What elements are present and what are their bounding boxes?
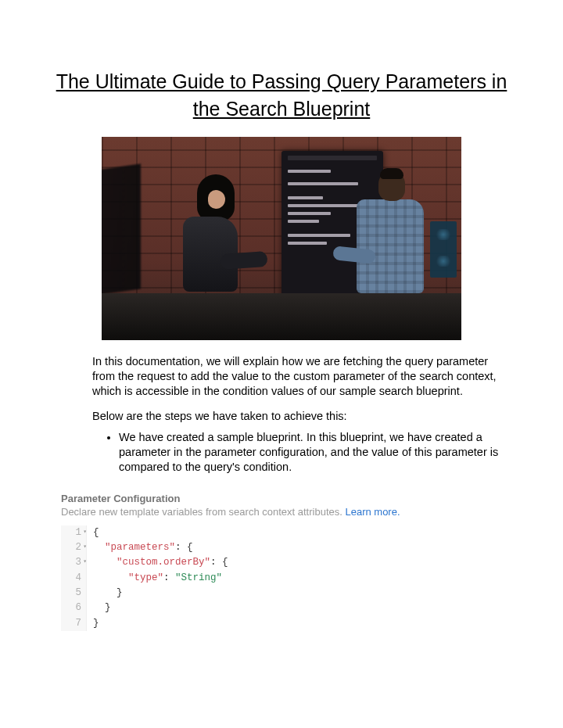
floor (102, 293, 461, 340)
document-page: The Ultimate Guide to Passing Query Para… (0, 0, 563, 662)
line-number: 7 (61, 616, 87, 631)
code-row: 6 } (61, 601, 264, 615)
line-number: 2▾ (61, 540, 87, 555)
line-number: 1▾ (61, 525, 87, 540)
fold-icon[interactable]: ▾ (83, 557, 87, 566)
code-row: 5 } (61, 586, 264, 601)
parameter-configuration-block: Parameter Configuration Declare new temp… (61, 493, 499, 632)
line-number: 3▾ (61, 555, 87, 570)
config-heading: Parameter Configuration (61, 493, 499, 504)
hero-image (102, 137, 461, 340)
code-row: 2▾ "parameters": { (61, 540, 264, 555)
config-subtext-text: Declare new template variables from sear… (61, 506, 345, 518)
code-row: 3▾ "custom.orderBy": { (61, 555, 264, 570)
code-row: 4 "type": "String" (61, 571, 264, 586)
list-item: We have created a sample blueprint. In t… (119, 430, 508, 475)
person-right (357, 171, 443, 312)
line-number: 6 (61, 601, 87, 615)
page-title: The Ultimate Guide to Passing Query Para… (55, 68, 508, 123)
foreground-monitor (102, 163, 141, 297)
line-number: 5 (61, 586, 87, 601)
steps-list: We have created a sample blueprint. In t… (92, 430, 508, 475)
fold-icon[interactable]: ▾ (83, 527, 87, 536)
learn-more-link[interactable]: Learn more. (345, 506, 400, 518)
code-editor: 1▾ { 2▾ "parameters": { 3▾ "custom.order… (61, 525, 264, 632)
steps-lead: Below are the steps we have taken to ach… (92, 410, 508, 422)
code-row: 1▾ { (61, 525, 264, 540)
intro-paragraph: In this documentation, we will explain h… (92, 354, 508, 399)
config-subtext: Declare new template variables from sear… (61, 506, 499, 518)
person-left (177, 174, 255, 307)
line-number: 4 (61, 571, 87, 586)
fold-icon[interactable]: ▾ (83, 542, 87, 551)
code-row: 7 } (61, 616, 264, 631)
